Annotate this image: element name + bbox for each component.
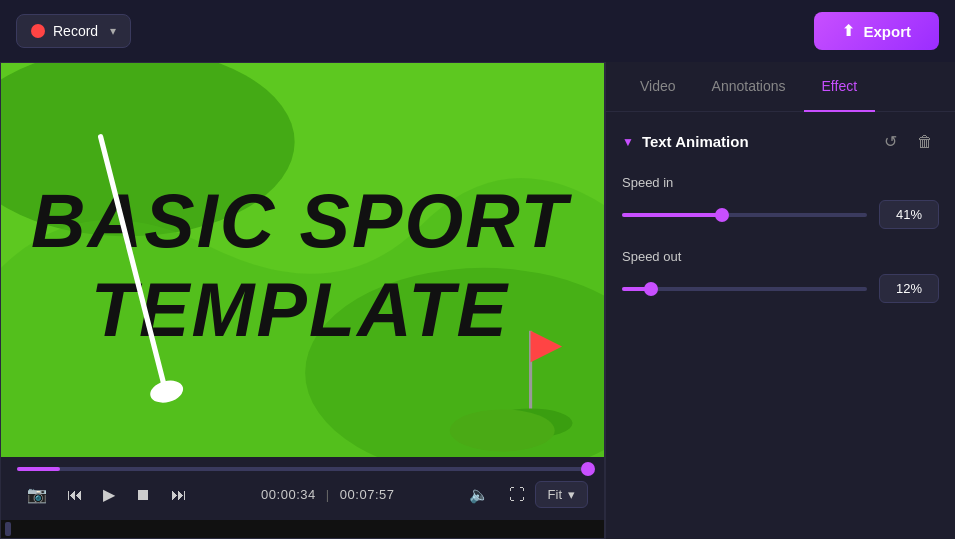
controls-row: 📷 ⏮ ▶ ⏹ ⏭ 00:00:34 | 00:07:57 🔈 ⛶ Fit ▾ [17, 479, 588, 510]
fullscreen-button[interactable]: ⛶ [499, 480, 535, 510]
record-label: Record [53, 23, 98, 39]
header: Record ▾ ⬆ Export [0, 0, 955, 62]
video-panel: BASIC SPORT TEMPLATE [0, 62, 605, 539]
video-preview-area: BASIC SPORT TEMPLATE [1, 63, 604, 457]
progress-fill [17, 467, 60, 471]
delete-button[interactable]: 🗑 [911, 129, 939, 155]
stop-button[interactable]: ⏹ [125, 480, 161, 510]
trim-strip [1, 520, 604, 538]
progress-thumb [581, 462, 595, 476]
trim-handle-left[interactable] [5, 522, 11, 536]
progress-bar-container [17, 467, 588, 471]
export-icon: ⬆ [842, 22, 855, 40]
speed-out-fill [622, 287, 651, 291]
export-label: Export [863, 23, 911, 40]
tabs: Video Annotations Effect [606, 62, 955, 112]
fit-chevron-icon: ▾ [568, 487, 575, 502]
record-button[interactable]: Record ▾ [16, 14, 131, 48]
record-dot-icon [31, 24, 45, 38]
play-button[interactable]: ▶ [93, 479, 125, 510]
screenshot-button[interactable]: 📷 [17, 479, 57, 510]
chevron-down-icon: ▾ [110, 24, 116, 38]
speed-in-slider-row: 41% [622, 200, 939, 229]
tab-effect[interactable]: Effect [804, 62, 876, 112]
panel-content: ▼ Text Animation ↺ 🗑 Speed in 41% Speed … [606, 112, 955, 539]
collapse-icon[interactable]: ▼ [622, 135, 634, 149]
current-time: 00:00:34 [261, 487, 316, 502]
main-area: BASIC SPORT TEMPLATE [0, 62, 955, 539]
video-frame: BASIC SPORT TEMPLATE [1, 63, 604, 457]
right-panel: Video Annotations Effect ▼ Text Animatio… [605, 62, 955, 539]
tab-video[interactable]: Video [622, 62, 694, 112]
golf-scene-svg: BASIC SPORT TEMPLATE [1, 63, 604, 457]
speed-in-slider[interactable] [622, 213, 867, 217]
progress-bar[interactable] [17, 467, 588, 471]
speed-out-label: Speed out [622, 249, 939, 264]
export-button[interactable]: ⬆ Export [814, 12, 939, 50]
speed-out-slider[interactable] [622, 287, 867, 291]
speed-in-label: Speed in [622, 175, 939, 190]
section-title: Text Animation [642, 133, 870, 150]
tab-annotations[interactable]: Annotations [694, 62, 804, 112]
speed-in-value[interactable]: 41% [879, 200, 939, 229]
fit-label: Fit [548, 487, 562, 502]
section-header: ▼ Text Animation ↺ 🗑 [622, 128, 939, 155]
volume-button[interactable]: 🔈 [459, 479, 499, 510]
fast-forward-button[interactable]: ⏭ [161, 480, 197, 510]
speed-out-group: Speed out 12% [622, 249, 939, 303]
fit-select[interactable]: Fit ▾ [535, 481, 588, 508]
speed-out-value[interactable]: 12% [879, 274, 939, 303]
total-time: 00:07:57 [340, 487, 395, 502]
rewind-button[interactable]: ⏮ [57, 480, 93, 510]
speed-in-fill [622, 213, 722, 217]
speed-out-slider-row: 12% [622, 274, 939, 303]
reset-button[interactable]: ↺ [878, 128, 903, 155]
speed-in-group: Speed in 41% [622, 175, 939, 229]
time-separator: | [326, 487, 330, 502]
time-display: 00:00:34 | 00:07:57 [197, 487, 459, 502]
video-controls: 📷 ⏮ ▶ ⏹ ⏭ 00:00:34 | 00:07:57 🔈 ⛶ Fit ▾ [1, 457, 604, 520]
svg-point-10 [450, 409, 555, 451]
